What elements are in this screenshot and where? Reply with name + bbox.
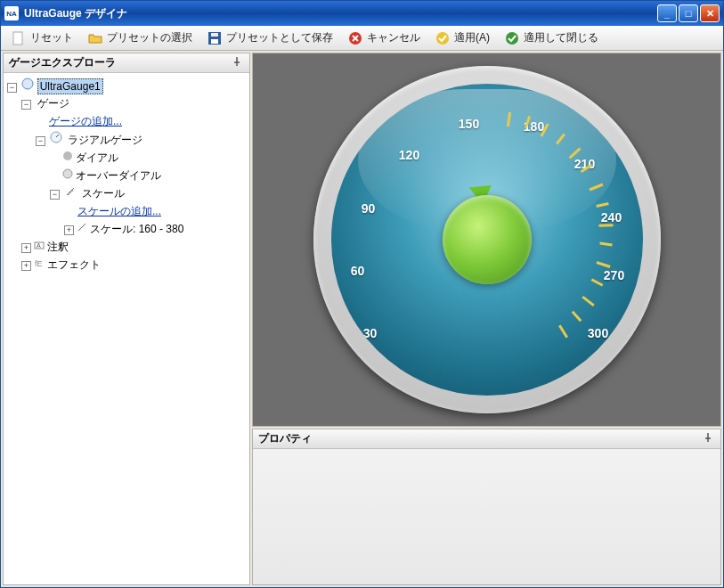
scale-item-icon [76,221,88,233]
blank-page-icon [11,30,27,46]
gauge-tick [557,324,567,338]
gauge-tick [590,278,603,286]
gauge-label: 90 [362,201,376,216]
gauge-label: 300 [588,326,608,340]
apply-icon [435,30,451,46]
gauge-hub [443,195,532,284]
apply-close-icon [504,30,520,46]
svg-text:fE: fE [35,259,43,268]
maximize-button[interactable]: □ [679,4,698,22]
gauge-label: 240 [601,210,622,225]
gauge-explorer-panel: ゲージエクスプローラ − UltraGauge1 − ゲージ [3,53,250,585]
expander-icon[interactable]: − [21,100,31,110]
tree-annotations[interactable]: 注釈 [45,239,70,256]
app-icon: NA [4,6,19,20]
gauge-label: 60 [351,264,365,278]
cancel-button[interactable]: キャンセル [341,28,427,49]
gauge-tick [596,261,610,268]
window: NA UltraGauge デザイナ _ □ ✕ リセット プリセットの選択 プ… [0,0,724,588]
tree-add-scale[interactable]: スケールの追加... [76,203,163,220]
tree-root[interactable]: UltraGauge1 [37,78,103,94]
svg-rect-3 [211,33,218,37]
expander-icon[interactable]: − [50,190,60,200]
scale-icon [64,185,77,198]
tree-dial[interactable]: ダイアル [74,150,120,167]
tree-effects[interactable]: エフェクト [45,257,102,274]
preset-load-button[interactable]: プリセットの選択 [81,28,199,49]
tree-scale-item[interactable]: スケール: 160 - 380 [88,221,185,238]
gauge-label: 150 [459,117,479,131]
pin-icon[interactable] [232,56,244,69]
expander-icon[interactable]: + [64,225,74,235]
titlebar[interactable]: NA UltraGauge デザイナ _ □ ✕ [1,1,723,26]
expander-icon[interactable]: − [36,136,45,146]
reset-button[interactable]: リセット [4,28,79,49]
explorer-title: ゲージエクスプローラ [9,55,116,70]
gauge-label: 270 [604,268,624,282]
svg-point-10 [63,169,72,178]
tree-gauge[interactable]: ゲージ [36,95,71,112]
folder-open-icon [87,30,103,46]
preset-save-button[interactable]: プリセットとして保存 [200,28,339,49]
properties-panel: プロパティ [252,429,721,585]
close-button[interactable]: ✕ [700,4,720,22]
gauge-tick [571,311,582,322]
expander-icon[interactable]: + [21,261,31,271]
gauge-root-icon [21,78,34,90]
cancel-icon [347,30,363,46]
svg-point-9 [63,151,72,160]
reset-label: リセット [30,30,73,45]
preset-save-label: プリセットとして保存 [226,30,333,45]
tree-radial-gauge[interactable]: ラジアルゲージ [66,132,144,149]
explorer-header: ゲージエクスプローラ [4,53,249,73]
cancel-label: キャンセル [367,30,420,45]
svg-rect-0 [13,32,22,45]
svg-point-7 [22,78,33,89]
annotation-icon: A [33,239,45,251]
tree-scale[interactable]: スケール [80,185,126,202]
gauge-preview[interactable]: 30 60 90 120 150 180 210 240 270 300 [252,53,721,427]
tree-over-dial[interactable]: オーバーダイアル [74,167,163,184]
radial-gauge-icon [50,131,62,143]
gauge-tick [599,242,612,247]
properties-title: プロパティ [258,431,312,446]
over-dial-icon [61,167,74,180]
window-title: UltraGauge デザイナ [24,6,657,21]
svg-text:A: A [37,242,41,249]
toolbar: リセット プリセットの選択 プリセットとして保存 キャンセル 適用(A) 適用し… [1,26,723,51]
gauge-tick [598,224,613,227]
content: ゲージエクスプローラ − UltraGauge1 − ゲージ [1,51,723,587]
gauge-tick [582,296,594,306]
gauge-tick [506,112,510,127]
pin-icon[interactable] [703,432,715,445]
gauge-tick [589,184,603,192]
svg-rect-2 [211,39,218,44]
gauge-tick [556,134,565,145]
apply-close-label: 適用して閉じる [524,30,598,45]
svg-point-5 [436,32,449,45]
effect-icon: fE [33,257,45,269]
gauge-bezel: 30 60 90 120 150 180 210 240 270 300 [313,66,661,413]
tree-add-gauge[interactable]: ゲージの追加... [47,113,124,130]
apply-close-button[interactable]: 適用して閉じる [498,28,605,49]
svg-point-6 [506,32,518,45]
expander-icon[interactable]: − [7,83,17,93]
minimize-button[interactable]: _ [657,4,677,22]
right-pane: 30 60 90 120 150 180 210 240 270 300 [252,53,721,585]
preset-load-label: プリセットの選択 [107,30,192,45]
apply-label: 適用(A) [454,30,490,45]
tree[interactable]: − UltraGauge1 − ゲージ ゲージの追加... − [4,73,249,584]
properties-body[interactable] [253,449,720,584]
gauge-label: 120 [399,148,419,162]
dial-icon [61,150,74,162]
gauge-face: 30 60 90 120 150 180 210 240 270 300 [331,84,643,396]
expander-icon[interactable]: + [21,243,31,253]
properties-header: プロパティ [253,429,720,449]
gauge-tick [596,202,608,208]
save-icon [207,30,223,46]
gauge-label: 30 [363,326,378,340]
apply-button[interactable]: 適用(A) [428,28,496,49]
